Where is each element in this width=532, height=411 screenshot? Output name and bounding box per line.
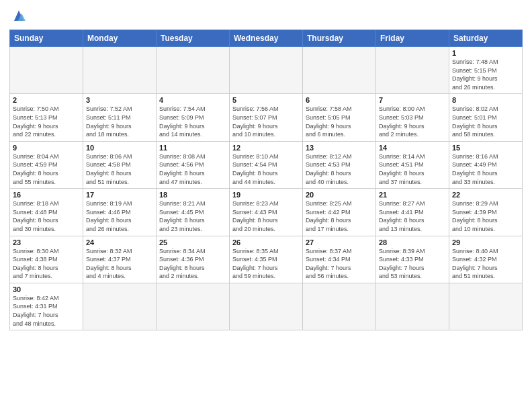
day-cell [157, 283, 230, 330]
day-info: Sunrise: 8:04 AMSunset: 4:59 PMDaylight:… [13, 152, 80, 186]
day-cell: 5Sunrise: 7:56 AMSunset: 5:07 PMDaylight… [230, 94, 303, 141]
day-cell: 27Sunrise: 8:37 AMSunset: 4:34 PMDayligh… [303, 236, 376, 283]
weekday-header-thursday: Thursday [303, 30, 376, 47]
day-cell: 25Sunrise: 8:34 AMSunset: 4:36 PMDayligh… [157, 236, 230, 283]
day-cell: 11Sunrise: 8:08 AMSunset: 4:56 PMDayligh… [157, 141, 230, 188]
day-cell [157, 47, 230, 94]
day-info: Sunrise: 8:12 AMSunset: 4:53 PMDaylight:… [306, 152, 373, 186]
day-cell: 24Sunrise: 8:32 AMSunset: 4:37 PMDayligh… [83, 236, 157, 283]
day-number: 30 [13, 285, 80, 293]
weekday-header-monday: Monday [83, 30, 157, 47]
day-cell: 21Sunrise: 8:27 AMSunset: 4:41 PMDayligh… [376, 189, 449, 236]
day-cell: 23Sunrise: 8:30 AMSunset: 4:38 PMDayligh… [10, 236, 83, 283]
day-number: 9 [13, 144, 80, 152]
day-info: Sunrise: 7:52 AMSunset: 5:11 PMDaylight:… [86, 105, 153, 138]
day-cell: 20Sunrise: 8:25 AMSunset: 4:42 PMDayligh… [303, 189, 376, 236]
day-info: Sunrise: 8:27 AMSunset: 4:41 PMDaylight:… [379, 199, 446, 233]
day-info: Sunrise: 8:39 AMSunset: 4:33 PMDaylight:… [379, 247, 446, 281]
day-cell [303, 283, 376, 330]
day-cell [303, 47, 376, 94]
day-number: 1 [452, 49, 519, 57]
day-cell: 30Sunrise: 8:42 AMSunset: 4:31 PMDayligh… [10, 283, 83, 330]
day-info: Sunrise: 7:48 AMSunset: 5:15 PMDaylight:… [452, 58, 519, 91]
day-info: Sunrise: 8:16 AMSunset: 4:49 PMDaylight:… [452, 152, 519, 186]
day-cell [83, 47, 157, 94]
week-row-1: 1Sunrise: 7:48 AMSunset: 5:15 PMDaylight… [10, 47, 523, 94]
day-info: Sunrise: 8:35 AMSunset: 4:35 PMDaylight:… [232, 247, 300, 281]
day-number: 28 [379, 238, 446, 246]
day-number: 27 [306, 238, 373, 246]
day-info: Sunrise: 8:19 AMSunset: 4:46 PMDaylight:… [86, 199, 153, 233]
day-cell: 9Sunrise: 8:04 AMSunset: 4:59 PMDaylight… [10, 141, 83, 188]
day-number: 12 [232, 144, 300, 152]
day-number: 17 [86, 191, 153, 199]
day-info: Sunrise: 8:14 AMSunset: 4:51 PMDaylight:… [379, 152, 446, 186]
day-info: Sunrise: 8:00 AMSunset: 5:03 PMDaylight:… [379, 105, 446, 138]
day-cell [376, 47, 449, 94]
day-number: 23 [13, 238, 80, 246]
day-info: Sunrise: 8:23 AMSunset: 4:43 PMDaylight:… [232, 199, 300, 233]
day-cell: 14Sunrise: 8:14 AMSunset: 4:51 PMDayligh… [376, 141, 449, 188]
day-number: 8 [452, 96, 519, 104]
day-info: Sunrise: 8:21 AMSunset: 4:45 PMDaylight:… [159, 199, 226, 233]
day-number: 10 [86, 144, 153, 152]
logo [9, 7, 31, 26]
logo-icon [9, 7, 28, 26]
day-number: 21 [379, 191, 446, 199]
day-info: Sunrise: 8:18 AMSunset: 4:48 PMDaylight:… [13, 199, 80, 233]
day-cell [83, 283, 157, 330]
day-cell: 1Sunrise: 7:48 AMSunset: 5:15 PMDaylight… [449, 47, 523, 94]
day-number: 18 [159, 191, 226, 199]
day-info: Sunrise: 7:56 AMSunset: 5:07 PMDaylight:… [232, 105, 300, 138]
day-number: 7 [379, 96, 446, 104]
day-number: 3 [86, 96, 153, 104]
day-number: 6 [306, 96, 373, 104]
day-number: 19 [232, 191, 300, 199]
day-info: Sunrise: 7:58 AMSunset: 5:05 PMDaylight:… [306, 105, 373, 138]
day-cell: 18Sunrise: 8:21 AMSunset: 4:45 PMDayligh… [157, 189, 230, 236]
week-row-2: 2Sunrise: 7:50 AMSunset: 5:13 PMDaylight… [10, 94, 523, 141]
day-info: Sunrise: 8:37 AMSunset: 4:34 PMDaylight:… [306, 247, 373, 281]
day-number: 16 [13, 191, 80, 199]
day-cell: 17Sunrise: 8:19 AMSunset: 4:46 PMDayligh… [83, 189, 157, 236]
day-cell: 29Sunrise: 8:40 AMSunset: 4:32 PMDayligh… [449, 236, 523, 283]
day-cell: 28Sunrise: 8:39 AMSunset: 4:33 PMDayligh… [376, 236, 449, 283]
day-cell: 15Sunrise: 8:16 AMSunset: 4:49 PMDayligh… [449, 141, 523, 188]
day-cell: 3Sunrise: 7:52 AMSunset: 5:11 PMDaylight… [83, 94, 157, 141]
day-info: Sunrise: 8:02 AMSunset: 5:01 PMDaylight:… [452, 105, 519, 138]
day-cell: 19Sunrise: 8:23 AMSunset: 4:43 PMDayligh… [230, 189, 303, 236]
page: SundayMondayTuesdayWednesdayThursdayFrid… [0, 0, 532, 411]
weekday-header-row: SundayMondayTuesdayWednesdayThursdayFrid… [10, 30, 523, 47]
day-cell [230, 47, 303, 94]
day-info: Sunrise: 8:10 AMSunset: 4:54 PMDaylight:… [232, 152, 300, 186]
day-number: 29 [452, 238, 519, 246]
day-cell: 10Sunrise: 8:06 AMSunset: 4:58 PMDayligh… [83, 141, 157, 188]
day-cell: 26Sunrise: 8:35 AMSunset: 4:35 PMDayligh… [230, 236, 303, 283]
day-info: Sunrise: 8:08 AMSunset: 4:56 PMDaylight:… [159, 152, 226, 186]
day-number: 11 [159, 144, 226, 152]
day-cell: 2Sunrise: 7:50 AMSunset: 5:13 PMDaylight… [10, 94, 83, 141]
day-number: 4 [159, 96, 226, 104]
day-number: 20 [306, 191, 373, 199]
day-number: 13 [306, 144, 373, 152]
day-number: 5 [232, 96, 300, 104]
week-row-6: 30Sunrise: 8:42 AMSunset: 4:31 PMDayligh… [10, 283, 523, 330]
week-row-3: 9Sunrise: 8:04 AMSunset: 4:59 PMDaylight… [10, 141, 523, 188]
day-number: 2 [13, 96, 80, 104]
day-number: 15 [452, 144, 519, 152]
day-info: Sunrise: 8:30 AMSunset: 4:38 PMDaylight:… [13, 247, 80, 281]
day-number: 14 [379, 144, 446, 152]
day-cell [10, 47, 83, 94]
day-cell: 8Sunrise: 8:02 AMSunset: 5:01 PMDaylight… [449, 94, 523, 141]
day-cell [449, 283, 523, 330]
day-number: 26 [232, 238, 300, 246]
weekday-header-wednesday: Wednesday [230, 30, 303, 47]
day-info: Sunrise: 8:32 AMSunset: 4:37 PMDaylight:… [86, 247, 153, 281]
day-number: 25 [159, 238, 226, 246]
day-cell: 6Sunrise: 7:58 AMSunset: 5:05 PMDaylight… [303, 94, 376, 141]
week-row-5: 23Sunrise: 8:30 AMSunset: 4:38 PMDayligh… [10, 236, 523, 283]
day-cell: 22Sunrise: 8:29 AMSunset: 4:39 PMDayligh… [449, 189, 523, 236]
weekday-header-friday: Friday [376, 30, 449, 47]
weekday-header-sunday: Sunday [10, 30, 83, 47]
day-cell [230, 283, 303, 330]
